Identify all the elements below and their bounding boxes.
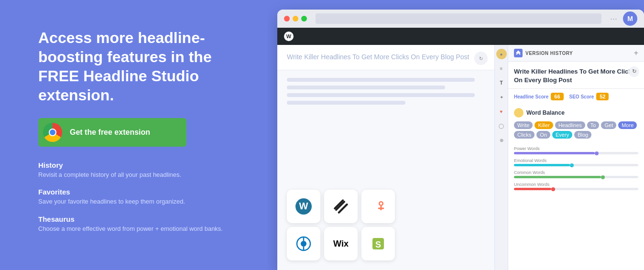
page-container: Access more headline-boosting features i… <box>0 0 644 270</box>
word-tag-4: Get <box>601 121 616 129</box>
editor-area: Write Killer Headlines To Get More Click… <box>277 45 644 270</box>
bar-fill-3 <box>514 188 551 190</box>
browser-titlebar: ··· M <box>277 10 644 28</box>
feature-thesaurus-desc: Choose a more effective word from power … <box>38 225 239 233</box>
hs-headline-content: Write Killer Headlines To Get More Click… <box>514 68 635 84</box>
drupal-icon <box>295 235 312 252</box>
feature-history-title: History <box>38 161 239 169</box>
word-tag-2: Headlines <box>555 121 585 129</box>
feature-favorites: Favorites Save your favorite headlines t… <box>38 188 239 206</box>
sidebar-icon-6[interactable]: ◯ <box>496 120 507 131</box>
editor-title-area: Write Killer Headlines To Get More Click… <box>277 45 494 70</box>
bar-track-0 <box>514 152 638 154</box>
hs-sidebar: ● ≡ T ✦ ♥ ◯ ⊕ <box>494 45 508 270</box>
cta-button[interactable]: Get the free extension <box>38 118 186 147</box>
bar-row-3: Uncommon Words <box>514 182 638 190</box>
feature-favorites-desc: Save your favorite headlines to keep the… <box>38 197 239 206</box>
platform-icons: W <box>287 190 395 260</box>
hs-headline-score-value: 66 <box>551 93 563 100</box>
svg-text:S: S <box>375 240 381 249</box>
hs-section-icon <box>514 108 524 118</box>
hs-headline-text: Write Killer Headlines To Get More Click… <box>508 62 644 89</box>
editor-left: Write Killer Headlines To Get More Click… <box>277 45 494 270</box>
browser-dot-red <box>284 16 290 22</box>
platform-wordpress: W <box>287 190 320 223</box>
cta-button-text: Get the free extension <box>67 128 150 137</box>
hs-headline-score-item: Headline Score 66 <box>514 93 564 100</box>
bar-label-2: Common Words <box>514 170 638 175</box>
hs-word-balance: Word Balance WriteKillerHeadlinesToGetMo… <box>508 104 644 146</box>
browser-ext-icon: M <box>623 11 637 26</box>
word-tag-0: Write <box>514 121 533 129</box>
word-tag-7: On <box>536 131 550 139</box>
bar-fill-1 <box>514 164 570 166</box>
word-tags: WriteKillerHeadlinesToGetMoreClicksOnEve… <box>514 121 638 139</box>
chrome-icon <box>43 123 62 142</box>
right-panel: ··· M W Write Killer Headlines To Get Mo… <box>268 0 644 270</box>
word-tag-6: Clicks <box>514 131 535 139</box>
feature-history-desc: Revisit a complete history of all your p… <box>38 171 239 179</box>
feature-thesaurus: Thesaurus Choose a more effective word f… <box>38 215 239 233</box>
hs-refresh-icon[interactable]: ↻ <box>629 66 639 77</box>
hs-scores: Headline Score 66 SEO Score 52 <box>508 89 644 104</box>
hs-seo-score-item: SEO Score 52 <box>569 93 609 100</box>
sidebar-icon-3[interactable]: T <box>496 77 507 88</box>
bar-label-3: Uncommon Words <box>514 182 638 187</box>
hs-seo-score-value: 52 <box>596 93 609 100</box>
platform-wix: Wix <box>324 227 358 260</box>
svg-text:W: W <box>299 201 308 211</box>
platform-squarespace <box>324 190 358 223</box>
wp-admin-bar: W <box>277 28 644 45</box>
hs-header-left: VERSION HISTORY <box>514 49 573 57</box>
svg-point-6 <box>380 203 382 205</box>
sidebar-icon-4[interactable]: ✦ <box>496 92 507 102</box>
hs-panel: VERSION HISTORY + Write Killer Headlines… <box>508 45 644 270</box>
sidebar-icon-7[interactable]: ⊕ <box>496 135 507 145</box>
hubspot-icon <box>370 198 387 215</box>
feature-thesaurus-title: Thesaurus <box>38 215 239 223</box>
wix-text: Wix <box>333 239 349 249</box>
word-tag-3: To <box>587 121 600 129</box>
hs-header-close[interactable]: + <box>634 49 638 57</box>
shopify-icon: S <box>370 235 387 252</box>
chrome-center <box>49 129 56 136</box>
bar-dot-1 <box>570 163 574 167</box>
chrome-icon-wrap <box>38 118 67 147</box>
bar-label-1: Emotional Words <box>514 158 638 163</box>
bar-row-2: Common Words <box>514 170 638 178</box>
browser-window: ··· M W Write Killer Headlines To Get Mo… <box>277 10 644 270</box>
content-line-2 <box>287 86 445 89</box>
editor-title-text: Write Killer Headlines To Get More Click… <box>287 53 485 62</box>
bar-label-0: Power Words <box>514 146 638 151</box>
browser-dot-yellow <box>293 16 298 22</box>
editor-icon-btn[interactable]: ↻ <box>474 52 488 65</box>
svg-point-10 <box>301 241 306 247</box>
bar-row-1: Emotional Words <box>514 158 638 166</box>
sidebar-icon-1[interactable]: ● <box>496 49 507 59</box>
word-tag-1: Killer <box>535 121 553 129</box>
editor-content-lines <box>277 70 494 116</box>
bar-dot-2 <box>601 175 605 179</box>
platform-drupal <box>287 227 320 260</box>
hs-section-title: Word Balance <box>526 109 565 116</box>
browser-dot-green <box>301 16 307 22</box>
content-line-3 <box>287 93 475 97</box>
wp-logo: W <box>284 32 294 41</box>
hs-bars: Power Words Emotional Words Common Words… <box>508 146 644 198</box>
bar-track-2 <box>514 176 638 178</box>
sidebar-icon-5[interactable]: ♥ <box>496 106 507 117</box>
wordpress-icon: W <box>295 198 312 215</box>
sidebar-icon-2[interactable]: ≡ <box>496 63 507 74</box>
left-panel: Access more headline-boosting features i… <box>0 9 268 261</box>
bar-dot-3 <box>551 187 555 191</box>
bar-track-3 <box>514 188 638 190</box>
browser-menu-dots: ··· <box>610 14 617 24</box>
platform-hubspot <box>361 190 395 223</box>
platform-shopify: S <box>361 227 395 260</box>
feature-favorites-title: Favorites <box>38 188 239 196</box>
bar-fill-2 <box>514 176 601 178</box>
bar-dot-0 <box>595 151 599 155</box>
main-heading: Access more headline-boosting features i… <box>38 28 239 105</box>
word-tag-8: Every <box>552 131 572 139</box>
browser-url-bar <box>316 13 601 24</box>
